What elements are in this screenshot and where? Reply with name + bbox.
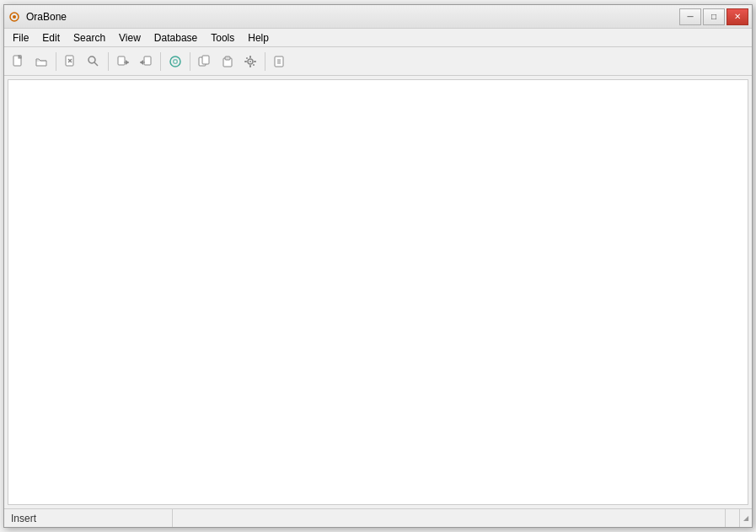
new-button[interactable] (8, 51, 29, 73)
status-mode: Insert (4, 509, 173, 527)
close-doc-button[interactable] (60, 51, 82, 73)
minimize-button[interactable]: ─ (679, 8, 701, 25)
separator-3 (160, 52, 161, 71)
find-button[interactable] (83, 51, 105, 73)
status-segment-2 (173, 509, 726, 527)
close-button[interactable]: ✕ (727, 8, 748, 25)
connect-button[interactable] (164, 51, 186, 73)
svg-point-8 (88, 56, 95, 63)
svg-rect-30 (253, 63, 255, 66)
titlebar-buttons: ─ □ ✕ (679, 8, 748, 25)
separator-1 (56, 52, 56, 71)
menu-help[interactable]: Help (241, 29, 276, 46)
titlebar: OraBone ─ □ ✕ (4, 5, 752, 29)
svg-point-1 (13, 15, 16, 19)
status-segment-3 (726, 509, 740, 527)
svg-rect-20 (202, 56, 209, 64)
toolbar (4, 47, 752, 76)
svg-point-24 (249, 61, 251, 62)
copy-table-button[interactable] (194, 51, 216, 73)
svg-point-18 (174, 60, 177, 62)
menu-file[interactable]: File (6, 29, 35, 46)
export-button[interactable] (135, 51, 157, 73)
separator-5 (265, 52, 265, 71)
svg-rect-13 (144, 56, 151, 65)
settings-button[interactable] (239, 51, 261, 73)
svg-line-9 (94, 62, 98, 66)
menu-tools[interactable]: Tools (204, 29, 241, 46)
svg-rect-26 (249, 65, 251, 67)
maximize-button[interactable]: □ (703, 8, 725, 25)
svg-rect-22 (225, 56, 230, 60)
menu-database[interactable]: Database (147, 29, 204, 46)
open-button[interactable] (30, 51, 52, 73)
resize-grip[interactable]: ◢ (740, 513, 752, 524)
svg-rect-28 (254, 61, 256, 62)
statusbar: Insert ◢ (4, 508, 752, 527)
menu-view[interactable]: View (112, 29, 147, 46)
svg-rect-10 (118, 56, 125, 65)
main-window: OraBone ─ □ ✕ File Edit Search View Data… (3, 4, 753, 528)
menubar: File Edit Search View Database Tools Hel… (4, 29, 752, 47)
menu-edit[interactable]: Edit (35, 29, 67, 46)
info-button[interactable] (269, 51, 291, 73)
paste-table-button[interactable] (217, 51, 239, 73)
separator-2 (108, 52, 109, 71)
import-button[interactable] (112, 51, 134, 73)
svg-rect-25 (249, 56, 251, 58)
app-icon (8, 10, 21, 24)
main-content (8, 79, 748, 505)
titlebar-left: OraBone (8, 10, 67, 24)
svg-rect-27 (244, 61, 247, 62)
separator-4 (190, 52, 190, 71)
menu-search[interactable]: Search (67, 29, 112, 46)
svg-rect-29 (246, 56, 249, 59)
window-title: OraBone (26, 11, 67, 23)
